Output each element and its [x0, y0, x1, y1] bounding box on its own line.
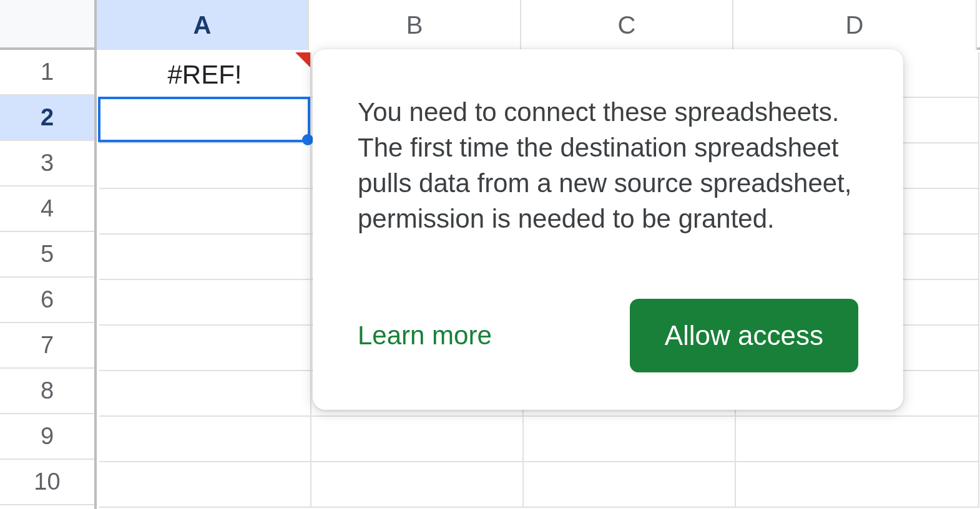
col-header-C[interactable]: C [521, 0, 733, 50]
row-header-1[interactable]: 1 [0, 50, 94, 95]
cell-A1[interactable]: #REF! [99, 52, 311, 98]
popup-message: You need to connect these spreadsheets. … [358, 94, 858, 236]
cell-A10[interactable] [99, 462, 311, 508]
learn-more-link[interactable]: Learn more [358, 321, 492, 351]
cell-A5[interactable] [99, 235, 311, 280]
cell-D10[interactable] [736, 462, 979, 508]
col-header-B[interactable]: B [309, 0, 521, 50]
cell-A3[interactable] [99, 143, 311, 189]
row-header-9[interactable]: 9 [0, 414, 94, 460]
cell-A2[interactable] [99, 98, 311, 143]
cell-B10[interactable] [311, 462, 524, 508]
row-header-5[interactable]: 5 [0, 232, 94, 278]
cell-C9[interactable] [524, 417, 736, 462]
row-headers: 1 2 3 4 5 6 7 8 9 10 [0, 50, 97, 509]
row-header-7[interactable]: 7 [0, 323, 94, 369]
cell-A7[interactable] [99, 326, 311, 371]
select-all-corner[interactable] [0, 0, 97, 50]
col-header-D[interactable]: D [733, 0, 977, 50]
row-header-3[interactable]: 3 [0, 141, 94, 187]
cell-A9[interactable] [99, 417, 311, 462]
col-header-A[interactable]: A [97, 0, 309, 50]
error-indicator-icon[interactable] [295, 52, 310, 67]
cell-D9[interactable] [736, 417, 979, 462]
access-permission-popup: You need to connect these spreadsheets. … [313, 49, 903, 410]
column-headers: A B C D [97, 0, 980, 50]
popup-actions: Learn more Allow access [358, 299, 858, 372]
cell-B9[interactable] [311, 417, 524, 462]
cell-A4[interactable] [99, 189, 311, 235]
cell-value: #REF! [167, 60, 242, 90]
row-header-2[interactable]: 2 [0, 95, 94, 141]
allow-access-button[interactable]: Allow access [630, 299, 858, 372]
row-header-6[interactable]: 6 [0, 278, 94, 323]
row-header-10[interactable]: 10 [0, 460, 94, 505]
cell-A6[interactable] [99, 280, 311, 326]
row-header-4[interactable]: 4 [0, 187, 94, 232]
cell-C10[interactable] [524, 462, 736, 508]
row-header-8[interactable]: 8 [0, 369, 94, 414]
cell-A8[interactable] [99, 371, 311, 417]
spreadsheet-grid: A B C D 1 2 3 4 5 6 7 8 9 10 #REF! [0, 0, 980, 509]
